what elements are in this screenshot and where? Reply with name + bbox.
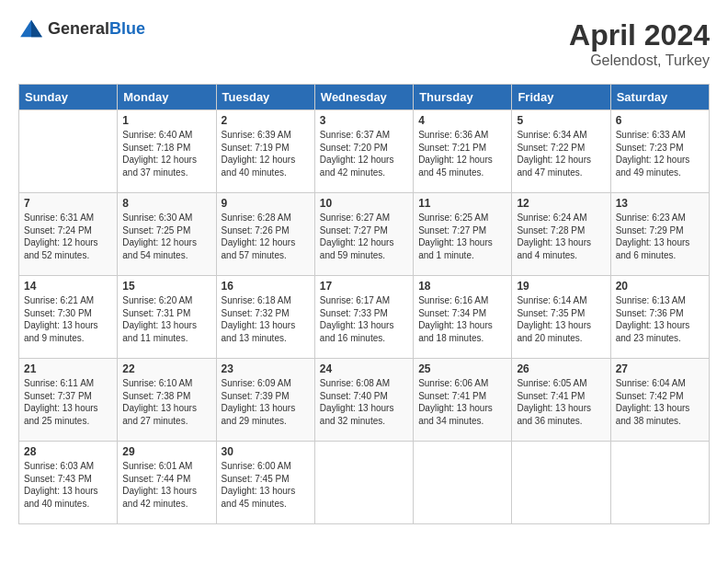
title-area: April 2024 Gelendost, Turkey (569, 18, 710, 69)
calendar-table: SundayMondayTuesdayWednesdayThursdayFrid… (18, 84, 710, 524)
day-number: 10 (320, 197, 408, 210)
day-number: 22 (122, 362, 210, 375)
day-of-week-header: Sunday (19, 85, 118, 110)
day-info: Sunrise: 6:34 AM Sunset: 7:22 PM Dayligh… (517, 129, 605, 178)
calendar-day-cell (414, 442, 512, 524)
calendar-week-row: 28Sunrise: 6:03 AM Sunset: 7:43 PM Dayli… (19, 442, 710, 524)
day-number: 26 (517, 362, 605, 375)
day-info: Sunrise: 6:30 AM Sunset: 7:25 PM Dayligh… (122, 212, 210, 261)
calendar-day-cell: 28Sunrise: 6:03 AM Sunset: 7:43 PM Dayli… (19, 442, 118, 524)
day-info: Sunrise: 6:33 AM Sunset: 7:23 PM Dayligh… (616, 129, 704, 178)
day-info: Sunrise: 6:20 AM Sunset: 7:31 PM Dayligh… (122, 294, 210, 344)
day-number: 19 (517, 280, 605, 293)
day-number: 11 (418, 197, 506, 210)
calendar-day-cell: 23Sunrise: 6:09 AM Sunset: 7:39 PM Dayli… (216, 359, 314, 442)
calendar-day-cell: 8Sunrise: 6:30 AM Sunset: 7:25 PM Daylig… (118, 193, 216, 276)
day-number: 30 (222, 445, 310, 458)
day-of-week-header: Monday (118, 85, 216, 110)
day-number: 29 (122, 445, 210, 458)
calendar-day-cell: 5Sunrise: 6:34 AM Sunset: 7:22 PM Daylig… (512, 110, 610, 193)
day-info: Sunrise: 6:01 AM Sunset: 7:44 PM Dayligh… (122, 460, 210, 510)
day-info: Sunrise: 6:03 AM Sunset: 7:43 PM Dayligh… (24, 460, 112, 510)
calendar-day-cell: 6Sunrise: 6:33 AM Sunset: 7:23 PM Daylig… (610, 110, 709, 193)
day-number: 20 (616, 280, 704, 293)
calendar-day-cell: 19Sunrise: 6:14 AM Sunset: 7:35 PM Dayli… (512, 276, 610, 359)
day-of-week-header: Saturday (610, 85, 709, 110)
calendar-week-row: 14Sunrise: 6:21 AM Sunset: 7:30 PM Dayli… (19, 276, 710, 359)
day-number: 18 (418, 280, 506, 293)
day-number: 16 (222, 280, 310, 293)
calendar-body: 1Sunrise: 6:40 AM Sunset: 7:18 PM Daylig… (19, 110, 710, 524)
day-info: Sunrise: 6:16 AM Sunset: 7:34 PM Dayligh… (418, 294, 506, 344)
calendar-day-cell: 9Sunrise: 6:28 AM Sunset: 7:26 PM Daylig… (216, 193, 314, 276)
day-number: 27 (616, 362, 704, 375)
day-info: Sunrise: 6:11 AM Sunset: 7:37 PM Dayligh… (24, 377, 112, 427)
day-number: 7 (24, 197, 112, 210)
day-number: 2 (222, 114, 310, 127)
logo: GeneralBlue (18, 18, 145, 39)
day-number: 17 (320, 280, 408, 293)
calendar-day-cell: 21Sunrise: 6:11 AM Sunset: 7:37 PM Dayli… (19, 359, 118, 442)
calendar-day-cell: 3Sunrise: 6:37 AM Sunset: 7:20 PM Daylig… (314, 110, 413, 193)
calendar-day-cell: 24Sunrise: 6:08 AM Sunset: 7:40 PM Dayli… (314, 359, 413, 442)
calendar-day-cell: 1Sunrise: 6:40 AM Sunset: 7:18 PM Daylig… (118, 110, 216, 193)
day-info: Sunrise: 6:23 AM Sunset: 7:29 PM Dayligh… (616, 212, 704, 261)
day-number: 9 (222, 197, 310, 210)
calendar-day-cell: 26Sunrise: 6:05 AM Sunset: 7:41 PM Dayli… (512, 359, 610, 442)
day-info: Sunrise: 6:39 AM Sunset: 7:19 PM Dayligh… (222, 129, 310, 178)
day-number: 23 (222, 362, 310, 375)
calendar-day-cell: 29Sunrise: 6:01 AM Sunset: 7:44 PM Dayli… (118, 442, 216, 524)
day-number: 5 (517, 114, 605, 127)
day-number: 15 (122, 280, 210, 293)
day-info: Sunrise: 6:40 AM Sunset: 7:18 PM Dayligh… (122, 129, 210, 178)
calendar-day-cell: 25Sunrise: 6:06 AM Sunset: 7:41 PM Dayli… (414, 359, 512, 442)
day-number: 3 (320, 114, 408, 127)
day-info: Sunrise: 6:08 AM Sunset: 7:40 PM Dayligh… (320, 377, 408, 427)
logo-icon (18, 18, 44, 39)
day-of-week-header: Tuesday (216, 85, 314, 110)
calendar-day-cell: 30Sunrise: 6:00 AM Sunset: 7:45 PM Dayli… (216, 442, 314, 524)
calendar-day-cell: 14Sunrise: 6:21 AM Sunset: 7:30 PM Dayli… (19, 276, 118, 359)
day-info: Sunrise: 6:14 AM Sunset: 7:35 PM Dayligh… (517, 294, 605, 344)
calendar-week-row: 7Sunrise: 6:31 AM Sunset: 7:24 PM Daylig… (19, 193, 710, 276)
day-info: Sunrise: 6:24 AM Sunset: 7:28 PM Dayligh… (517, 212, 605, 261)
day-number: 25 (418, 362, 506, 375)
day-info: Sunrise: 6:13 AM Sunset: 7:36 PM Dayligh… (616, 294, 704, 344)
day-info: Sunrise: 6:04 AM Sunset: 7:42 PM Dayligh… (616, 377, 704, 427)
day-number: 21 (24, 362, 112, 375)
calendar-day-cell: 13Sunrise: 6:23 AM Sunset: 7:29 PM Dayli… (610, 193, 709, 276)
day-number: 4 (418, 114, 506, 127)
day-number: 13 (616, 197, 704, 210)
calendar-day-cell: 12Sunrise: 6:24 AM Sunset: 7:28 PM Dayli… (512, 193, 610, 276)
day-info: Sunrise: 6:37 AM Sunset: 7:20 PM Dayligh… (320, 129, 408, 178)
calendar-header-row: SundayMondayTuesdayWednesdayThursdayFrid… (19, 85, 710, 110)
day-number: 12 (517, 197, 605, 210)
day-info: Sunrise: 6:06 AM Sunset: 7:41 PM Dayligh… (418, 377, 506, 427)
calendar-day-cell: 16Sunrise: 6:18 AM Sunset: 7:32 PM Dayli… (216, 276, 314, 359)
day-info: Sunrise: 6:09 AM Sunset: 7:39 PM Dayligh… (222, 377, 310, 427)
calendar-day-cell: 7Sunrise: 6:31 AM Sunset: 7:24 PM Daylig… (19, 193, 118, 276)
day-info: Sunrise: 6:17 AM Sunset: 7:33 PM Dayligh… (320, 294, 408, 344)
location-title: Gelendost, Turkey (569, 52, 710, 69)
calendar-day-cell: 11Sunrise: 6:25 AM Sunset: 7:27 PM Dayli… (414, 193, 512, 276)
calendar-day-cell: 15Sunrise: 6:20 AM Sunset: 7:31 PM Dayli… (118, 276, 216, 359)
day-info: Sunrise: 6:21 AM Sunset: 7:30 PM Dayligh… (24, 294, 112, 344)
calendar-day-cell: 2Sunrise: 6:39 AM Sunset: 7:19 PM Daylig… (216, 110, 314, 193)
calendar-day-cell: 20Sunrise: 6:13 AM Sunset: 7:36 PM Dayli… (610, 276, 709, 359)
day-info: Sunrise: 6:00 AM Sunset: 7:45 PM Dayligh… (222, 460, 310, 510)
calendar-day-cell (512, 442, 610, 524)
header: GeneralBlue April 2024 Gelendost, Turkey (18, 18, 710, 69)
day-of-week-header: Friday (512, 85, 610, 110)
calendar-day-cell (610, 442, 709, 524)
logo-text: GeneralBlue (48, 19, 145, 39)
day-info: Sunrise: 6:18 AM Sunset: 7:32 PM Dayligh… (222, 294, 310, 344)
svg-marker-1 (31, 20, 42, 38)
calendar-day-cell: 27Sunrise: 6:04 AM Sunset: 7:42 PM Dayli… (610, 359, 709, 442)
day-info: Sunrise: 6:31 AM Sunset: 7:24 PM Dayligh… (24, 212, 112, 261)
day-number: 1 (122, 114, 210, 127)
calendar-day-cell: 22Sunrise: 6:10 AM Sunset: 7:38 PM Dayli… (118, 359, 216, 442)
calendar-day-cell: 18Sunrise: 6:16 AM Sunset: 7:34 PM Dayli… (414, 276, 512, 359)
day-number: 8 (122, 197, 210, 210)
day-info: Sunrise: 6:36 AM Sunset: 7:21 PM Dayligh… (418, 129, 506, 178)
day-of-week-header: Thursday (414, 85, 512, 110)
